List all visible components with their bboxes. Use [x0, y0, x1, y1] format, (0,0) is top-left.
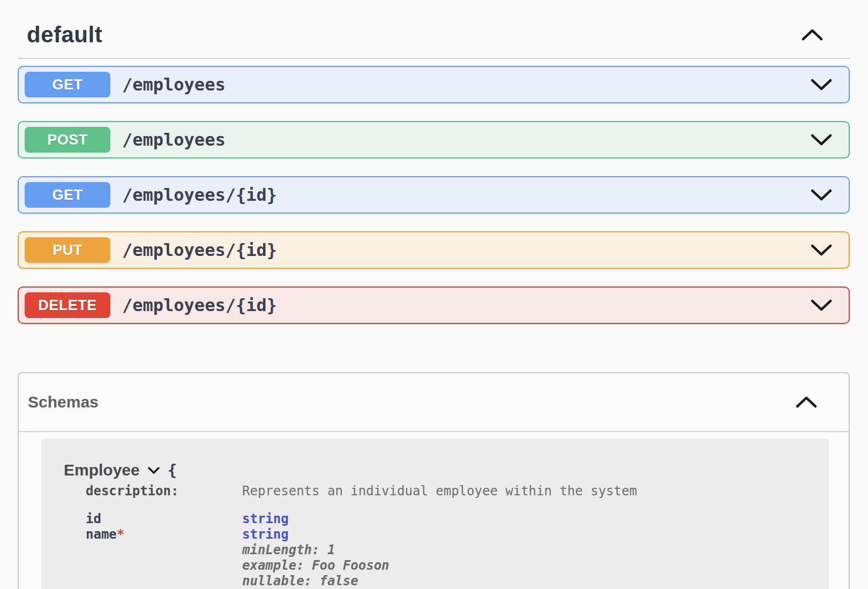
schemas-body: Employee { description: Represents an in…	[19, 432, 849, 589]
endpoint-expand-button[interactable]	[810, 299, 833, 312]
chevron-down-icon	[810, 133, 833, 146]
swagger-ui-page: default GET /employees	[0, 0, 868, 589]
chevron-up-icon	[800, 28, 824, 42]
property-constraint-row: example: Foo Fooson	[86, 558, 829, 573]
chevron-up-icon	[795, 396, 818, 409]
endpoint-row-delete-employees-id[interactable]: DELETE /employees/{id}	[18, 286, 850, 324]
endpoint-path: /employees	[122, 74, 810, 95]
constraint-minlength: minLength: 1	[242, 542, 829, 558]
property-constraint-row: nullable: false	[86, 573, 829, 589]
property-type: string	[242, 527, 829, 542]
model-description-row: description: Represents an individual em…	[86, 484, 829, 499]
schemas-collapse-button[interactable]	[795, 396, 818, 409]
chevron-down-icon	[810, 299, 833, 312]
spacer	[86, 499, 829, 511]
schemas-title: Schemas	[28, 393, 99, 411]
description-label: description:	[86, 484, 242, 499]
model-box-employee: Employee { description: Represents an in…	[41, 439, 829, 589]
endpoint-path: /employees/{id}	[122, 185, 810, 205]
property-row-name: name* string	[86, 527, 829, 542]
constraint-example: example: Foo Fooson	[242, 558, 829, 573]
open-brace: {	[168, 461, 177, 479]
property-name: name	[86, 527, 117, 542]
endpoint-expand-button[interactable]	[810, 244, 833, 256]
description-value: Represents an individual employee within…	[242, 484, 829, 499]
required-marker: *	[117, 527, 124, 542]
endpoint-row-put-employees-id[interactable]: PUT /employees/{id}	[18, 231, 850, 269]
endpoint-expand-button[interactable]	[810, 133, 833, 146]
tag-divider	[18, 58, 850, 59]
api-docs-content: default GET /employees	[0, 0, 868, 589]
endpoint-row-post-employees[interactable]: POST /employees	[18, 121, 850, 158]
chevron-down-icon	[810, 188, 833, 201]
tag-collapse-button[interactable]	[800, 28, 824, 42]
method-badge: GET	[25, 182, 110, 208]
method-badge: POST	[25, 127, 110, 153]
model-properties: description: Represents an individual em…	[64, 484, 829, 589]
model-title-row[interactable]: Employee {	[64, 461, 829, 479]
endpoint-expand-button[interactable]	[810, 78, 833, 91]
property-name: id	[86, 511, 101, 526]
chevron-down-icon	[810, 244, 833, 256]
tag-header[interactable]: default	[18, 14, 850, 52]
endpoint-row-get-employees-id[interactable]: GET /employees/{id}	[18, 176, 850, 214]
method-badge: DELETE	[25, 292, 110, 318]
endpoint-path: /employees/{id}	[122, 240, 810, 260]
property-constraint-row: minLength: 1	[86, 542, 829, 558]
endpoint-path: /employees/{id}	[122, 295, 810, 315]
schemas-section: Schemas Employee {	[18, 372, 850, 589]
property-type: string	[242, 511, 829, 527]
endpoint-expand-button[interactable]	[810, 188, 833, 201]
property-row-id: id string	[86, 511, 829, 527]
schemas-header[interactable]: Schemas	[19, 373, 849, 432]
method-badge: PUT	[25, 237, 110, 263]
endpoint-row-get-employees[interactable]: GET /employees	[18, 66, 850, 103]
chevron-down-icon	[810, 78, 833, 91]
endpoint-path: /employees	[122, 130, 810, 150]
method-badge: GET	[25, 72, 110, 97]
model-name: Employee	[64, 461, 140, 479]
chevron-down-icon	[147, 466, 160, 474]
tag-section-default: default GET /employees	[18, 14, 850, 324]
endpoint-list: GET /employees POST /employees	[18, 66, 850, 324]
tag-title: default	[27, 22, 102, 48]
constraint-nullable: nullable: false	[242, 573, 829, 589]
